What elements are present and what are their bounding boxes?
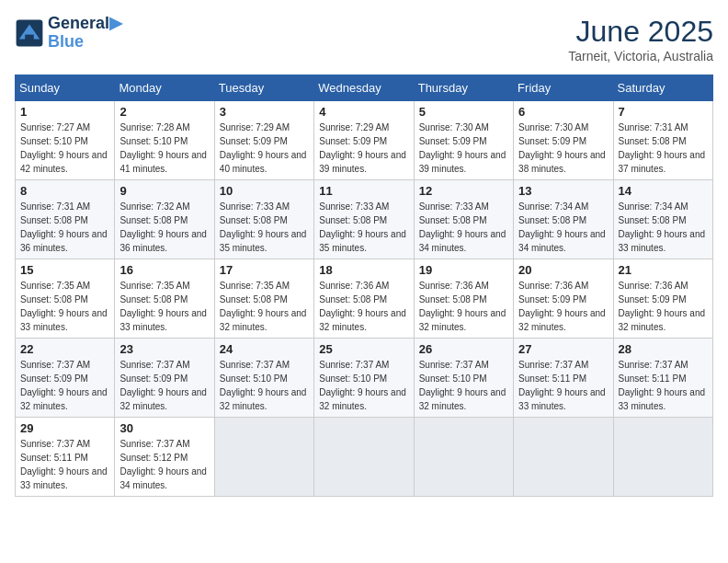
svg-rect-2 <box>25 34 34 40</box>
calendar-cell: 16Sunrise: 7:35 AMSunset: 5:08 PMDayligh… <box>115 259 214 339</box>
day-info: Sunrise: 7:37 AMSunset: 5:10 PMDaylight:… <box>419 358 508 413</box>
calendar-cell: 10Sunrise: 7:33 AMSunset: 5:08 PMDayligh… <box>214 180 313 259</box>
calendar-cell: 24Sunrise: 7:37 AMSunset: 5:10 PMDayligh… <box>214 339 313 418</box>
day-info: Sunrise: 7:34 AMSunset: 5:08 PMDaylight:… <box>518 200 608 255</box>
calendar-cell: 30Sunrise: 7:37 AMSunset: 5:12 PMDayligh… <box>115 418 214 497</box>
calendar-cell <box>613 418 712 497</box>
subtitle: Tarneit, Victoria, Australia <box>568 49 713 63</box>
calendar-cell: 26Sunrise: 7:37 AMSunset: 5:10 PMDayligh… <box>414 339 513 418</box>
day-info: Sunrise: 7:37 AMSunset: 5:11 PMDaylight:… <box>20 437 109 492</box>
day-number: 26 <box>419 342 508 356</box>
day-number: 29 <box>20 421 109 435</box>
logo: General▶ Blue <box>15 15 122 52</box>
day-number: 10 <box>220 184 309 198</box>
calendar-cell: 19Sunrise: 7:36 AMSunset: 5:08 PMDayligh… <box>414 259 513 339</box>
day-number: 5 <box>419 105 508 119</box>
month-title: June 2025 <box>568 15 713 49</box>
day-info: Sunrise: 7:35 AMSunset: 5:08 PMDaylight:… <box>119 279 209 334</box>
calendar-cell <box>314 418 414 497</box>
day-info: Sunrise: 7:37 AMSunset: 5:09 PMDaylight:… <box>20 358 109 413</box>
calendar-cell: 4Sunrise: 7:29 AMSunset: 5:09 PMDaylight… <box>314 101 414 180</box>
calendar-cell: 14Sunrise: 7:34 AMSunset: 5:08 PMDayligh… <box>613 180 712 259</box>
calendar-cell: 22Sunrise: 7:37 AMSunset: 5:09 PMDayligh… <box>16 339 115 418</box>
day-number: 14 <box>619 184 708 198</box>
day-info: Sunrise: 7:36 AMSunset: 5:09 PMDaylight:… <box>619 279 708 334</box>
day-number: 18 <box>319 263 408 277</box>
calendar-cell <box>514 418 613 497</box>
day-number: 11 <box>319 184 408 198</box>
day-info: Sunrise: 7:36 AMSunset: 5:08 PMDaylight:… <box>419 279 508 334</box>
day-number: 17 <box>220 263 309 277</box>
day-info: Sunrise: 7:34 AMSunset: 5:08 PMDaylight:… <box>619 200 708 255</box>
day-info: Sunrise: 7:33 AMSunset: 5:08 PMDaylight:… <box>419 200 508 255</box>
logo-icon <box>15 18 44 48</box>
day-number: 25 <box>319 342 408 356</box>
calendar-cell: 13Sunrise: 7:34 AMSunset: 5:08 PMDayligh… <box>514 180 613 259</box>
day-info: Sunrise: 7:33 AMSunset: 5:08 PMDaylight:… <box>319 200 408 255</box>
day-info: Sunrise: 7:28 AMSunset: 5:10 PMDaylight:… <box>119 121 209 176</box>
weekday-header-friday: Friday <box>514 75 613 101</box>
day-info: Sunrise: 7:37 AMSunset: 5:10 PMDaylight:… <box>319 358 408 413</box>
day-number: 13 <box>518 184 608 198</box>
calendar-cell <box>414 418 513 497</box>
day-number: 22 <box>20 342 109 356</box>
day-number: 2 <box>119 105 209 119</box>
day-number: 4 <box>319 105 408 119</box>
day-number: 16 <box>119 263 209 277</box>
day-info: Sunrise: 7:37 AMSunset: 5:12 PMDaylight:… <box>119 437 209 492</box>
day-number: 9 <box>119 184 209 198</box>
calendar-cell: 20Sunrise: 7:36 AMSunset: 5:09 PMDayligh… <box>514 259 613 339</box>
weekday-header-monday: Monday <box>115 75 214 101</box>
day-number: 28 <box>619 342 708 356</box>
calendar-cell: 27Sunrise: 7:37 AMSunset: 5:11 PMDayligh… <box>514 339 613 418</box>
day-number: 6 <box>518 105 608 119</box>
title-block: June 2025 Tarneit, Victoria, Australia <box>568 15 713 63</box>
day-info: Sunrise: 7:30 AMSunset: 5:09 PMDaylight:… <box>419 121 508 176</box>
calendar-cell: 15Sunrise: 7:35 AMSunset: 5:08 PMDayligh… <box>16 259 115 339</box>
day-number: 30 <box>119 421 209 435</box>
day-info: Sunrise: 7:36 AMSunset: 5:09 PMDaylight:… <box>518 279 608 334</box>
day-number: 8 <box>20 184 109 198</box>
day-info: Sunrise: 7:31 AMSunset: 5:08 PMDaylight:… <box>20 200 109 255</box>
logo-text: General▶ Blue <box>48 15 122 52</box>
weekday-header-wednesday: Wednesday <box>314 75 414 101</box>
day-info: Sunrise: 7:29 AMSunset: 5:09 PMDaylight:… <box>220 121 309 176</box>
day-info: Sunrise: 7:29 AMSunset: 5:09 PMDaylight:… <box>319 121 408 176</box>
calendar-cell: 5Sunrise: 7:30 AMSunset: 5:09 PMDaylight… <box>414 101 513 180</box>
day-number: 12 <box>419 184 508 198</box>
calendar-cell: 6Sunrise: 7:30 AMSunset: 5:09 PMDaylight… <box>514 101 613 180</box>
day-number: 15 <box>20 263 109 277</box>
calendar-cell: 23Sunrise: 7:37 AMSunset: 5:09 PMDayligh… <box>115 339 214 418</box>
day-number: 7 <box>619 105 708 119</box>
weekday-header-tuesday: Tuesday <box>214 75 313 101</box>
day-number: 23 <box>119 342 209 356</box>
day-info: Sunrise: 7:30 AMSunset: 5:09 PMDaylight:… <box>518 121 608 176</box>
day-number: 19 <box>419 263 508 277</box>
calendar-cell: 7Sunrise: 7:31 AMSunset: 5:08 PMDaylight… <box>613 101 712 180</box>
calendar-cell: 12Sunrise: 7:33 AMSunset: 5:08 PMDayligh… <box>414 180 513 259</box>
calendar-cell: 25Sunrise: 7:37 AMSunset: 5:10 PMDayligh… <box>314 339 414 418</box>
day-info: Sunrise: 7:37 AMSunset: 5:10 PMDaylight:… <box>220 358 309 413</box>
calendar-cell: 2Sunrise: 7:28 AMSunset: 5:10 PMDaylight… <box>115 101 214 180</box>
day-info: Sunrise: 7:37 AMSunset: 5:11 PMDaylight:… <box>619 358 708 413</box>
day-number: 24 <box>220 342 309 356</box>
calendar-cell: 9Sunrise: 7:32 AMSunset: 5:08 PMDaylight… <box>115 180 214 259</box>
calendar-cell: 11Sunrise: 7:33 AMSunset: 5:08 PMDayligh… <box>314 180 414 259</box>
calendar-cell: 29Sunrise: 7:37 AMSunset: 5:11 PMDayligh… <box>16 418 115 497</box>
day-info: Sunrise: 7:33 AMSunset: 5:08 PMDaylight:… <box>220 200 309 255</box>
day-number: 1 <box>20 105 109 119</box>
day-info: Sunrise: 7:35 AMSunset: 5:08 PMDaylight:… <box>220 279 309 334</box>
calendar-cell <box>214 418 313 497</box>
day-info: Sunrise: 7:27 AMSunset: 5:10 PMDaylight:… <box>20 121 109 176</box>
day-number: 21 <box>619 263 708 277</box>
calendar-cell: 21Sunrise: 7:36 AMSunset: 5:09 PMDayligh… <box>613 259 712 339</box>
calendar-cell: 3Sunrise: 7:29 AMSunset: 5:09 PMDaylight… <box>214 101 313 180</box>
calendar-cell: 17Sunrise: 7:35 AMSunset: 5:08 PMDayligh… <box>214 259 313 339</box>
day-info: Sunrise: 7:32 AMSunset: 5:08 PMDaylight:… <box>119 200 209 255</box>
weekday-header-thursday: Thursday <box>414 75 513 101</box>
day-info: Sunrise: 7:37 AMSunset: 5:09 PMDaylight:… <box>119 358 209 413</box>
calendar-cell: 18Sunrise: 7:36 AMSunset: 5:08 PMDayligh… <box>314 259 414 339</box>
calendar-cell: 28Sunrise: 7:37 AMSunset: 5:11 PMDayligh… <box>613 339 712 418</box>
page-header: General▶ Blue June 2025 Tarneit, Victori… <box>15 15 713 63</box>
weekday-header-saturday: Saturday <box>613 75 712 101</box>
